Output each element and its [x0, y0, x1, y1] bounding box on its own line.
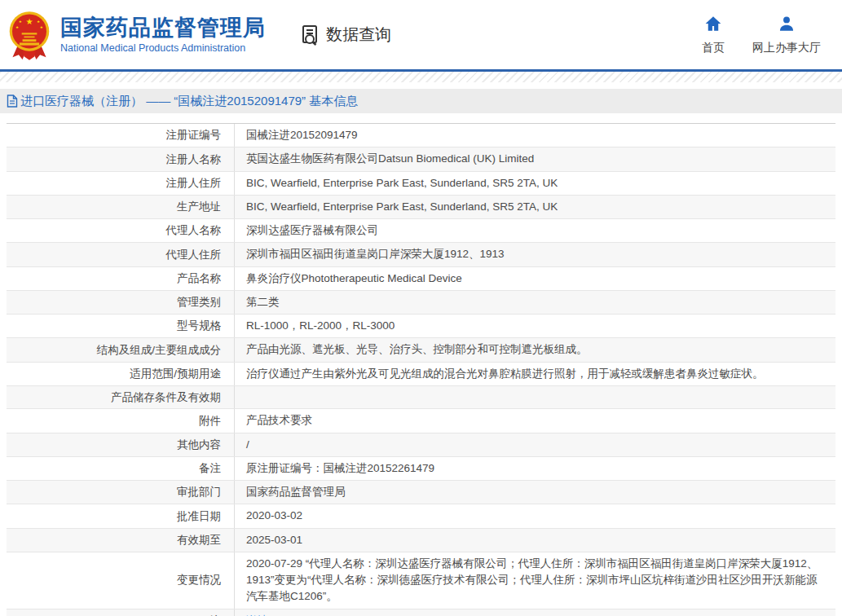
table-row: 代理人住所深圳市福田区福田街道皇岗口岸深荣大厦1912、1913: [7, 243, 835, 266]
table-row: 有效期至2025-03-01: [7, 529, 835, 552]
row-value: 原注册证编号：国械注进20152261479: [235, 457, 835, 480]
row-value: /: [235, 433, 835, 456]
table-row: 产品储存条件及有效期: [7, 386, 835, 410]
row-value: 产品由光源、遮光板、光导、治疗头、控制部分和可控制遮光板组成。: [235, 338, 835, 361]
home-icon: [704, 15, 722, 36]
svg-text:★: ★: [19, 20, 22, 24]
row-label: 管理类别: [7, 291, 235, 314]
table-row: 注详情: [7, 609, 835, 616]
row-label: 有效期至: [7, 529, 235, 552]
table-row: 型号规格RL-1000，RL-2000，RL-3000: [7, 315, 835, 338]
table-row: 生产地址BIC, Wearfield, Enterprise Park East…: [7, 196, 835, 219]
table-row: 注册人名称英国达盛生物医药有限公司Datsun Biomedical (UK) …: [7, 147, 835, 171]
site-subtitle: National Medical Products Administration: [60, 42, 266, 54]
table-row: 审批部门国家药品监督管理局: [7, 481, 835, 504]
site-header: ★ ★ ★ ★ ★ 国家药品监督管理局 National Medical Pro…: [0, 0, 842, 69]
row-label: 产品储存条件及有效期: [7, 386, 235, 409]
row-label: 备注: [7, 457, 235, 480]
table-row: 代理人名称深圳达盛医疗器械有限公司: [7, 219, 835, 243]
table-row: 产品名称鼻炎治疗仪Phototherapeutic Medical Device: [7, 267, 835, 291]
row-label: 注册人住所: [7, 172, 235, 195]
svg-text:★: ★: [40, 24, 43, 29]
breadcrumb-text: 进口医疗器械（注册） —— “国械注进20152091479” 基本信息: [20, 94, 358, 109]
row-label: 变更情况: [7, 552, 235, 609]
table-row: 注册证编号国械注进20152091479: [7, 124, 835, 147]
row-label: 附件: [7, 409, 235, 432]
data-query-label: 数据查询: [326, 24, 391, 46]
row-value: 产品技术要求: [235, 409, 835, 432]
table-row: 备注原注册证编号：国械注进20152261479: [7, 457, 835, 481]
table-row: 附件产品技术要求: [7, 409, 835, 433]
nav-item-label: 网上办事大厅: [752, 41, 821, 55]
svg-text:★: ★: [37, 20, 40, 24]
table-row: 注册人住所BIC, Wearfield, Enterprise Park Eas…: [7, 172, 835, 196]
brand-block: ★ ★ ★ ★ ★ 国家药品监督管理局 National Medical Pro…: [7, 7, 266, 63]
row-value: 国家药品监督管理局: [235, 481, 835, 504]
row-value: 详情: [235, 609, 835, 616]
row-value: 深圳达盛医疗器械有限公司: [235, 219, 835, 242]
row-label: 代理人名称: [7, 219, 235, 242]
row-value: 第二类: [235, 291, 835, 314]
row-value: 鼻炎治疗仪Phototherapeutic Medical Device: [235, 267, 835, 290]
row-label: 型号规格: [7, 315, 235, 337]
nav-item-label: 首页: [702, 41, 725, 55]
data-query-tab[interactable]: 数据查询: [300, 24, 391, 46]
row-label: 结构及组成/主要组成成分: [7, 338, 235, 361]
row-label: 注: [7, 609, 235, 616]
table-row: 批准日期2020-03-02: [7, 504, 835, 528]
row-label: 注册人名称: [7, 147, 235, 170]
row-value: BIC, Wearfield, Enterprise Park East, Su…: [235, 172, 835, 195]
row-value: 2025-03-01: [235, 529, 835, 552]
user-icon: [778, 15, 796, 36]
svg-text:★: ★: [25, 17, 33, 26]
table-row: 其他内容/: [7, 433, 835, 457]
table-row: 适用范围/预期用途治疗仪通过产生由紫外光及可见光组成的混合光对鼻腔粘膜进行照射，…: [7, 363, 835, 386]
row-value: RL-1000，RL-2000，RL-3000: [235, 315, 835, 337]
row-value: 英国达盛生物医药有限公司Datsun Biomedical (UK) Limit…: [235, 147, 835, 170]
row-label: 批准日期: [7, 504, 235, 527]
row-label: 审批部门: [7, 481, 235, 504]
row-label: 生产地址: [7, 196, 235, 218]
row-label: 适用范围/预期用途: [7, 363, 235, 385]
table-row: 管理类别第二类: [7, 291, 835, 315]
site-title: 国家药品监督管理局: [60, 15, 266, 41]
info-table: 注册证编号国械注进20152091479注册人名称英国达盛生物医药有限公司Dat…: [7, 123, 835, 616]
table-row: 变更情况2020-07-29 “代理人名称：深圳达盛医疗器械有限公司；代理人住所…: [7, 552, 835, 609]
hatch-strip: [0, 72, 842, 82]
row-label: 产品名称: [7, 267, 235, 290]
document-search-icon: [300, 24, 323, 46]
row-label: 其他内容: [7, 433, 235, 456]
nav-item-service-hall[interactable]: 网上办事大厅: [752, 15, 821, 55]
breadcrumb: 进口医疗器械（注册） —— “国械注进20152091479” 基本信息: [0, 89, 842, 113]
row-value: 深圳市福田区福田街道皇岗口岸深荣大厦1912、1913: [235, 243, 835, 266]
row-value: 2020-07-29 “代理人名称：深圳达盛医疗器械有限公司；代理人住所：深圳市…: [235, 552, 835, 609]
row-label: 代理人住所: [7, 243, 235, 266]
nav-item-home[interactable]: 首页: [702, 15, 725, 55]
table-row: 结构及组成/主要组成成分产品由光源、遮光板、光导、治疗头、控制部分和可控制遮光板…: [7, 338, 835, 362]
row-label: 注册证编号: [7, 124, 235, 147]
svg-text:★: ★: [15, 24, 19, 29]
row-value: [235, 394, 835, 401]
row-value: 2020-03-02: [235, 504, 835, 527]
top-nav: 首页网上办事大厅: [702, 15, 842, 55]
china-national-emblem-icon: ★ ★ ★ ★ ★: [7, 9, 52, 63]
row-value: 治疗仪通过产生由紫外光及可见光组成的混合光对鼻腔粘膜进行照射，用于减轻或缓解患者…: [235, 363, 835, 385]
document-icon: [7, 95, 18, 108]
row-value: BIC, Wearfield, Enterprise Park East, Su…: [235, 196, 835, 218]
row-value: 国械注进20152091479: [235, 124, 835, 147]
